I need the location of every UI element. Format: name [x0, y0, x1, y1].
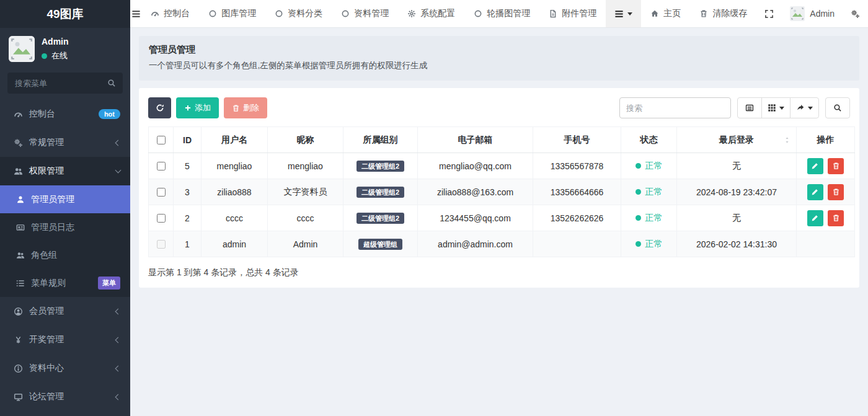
cell-id: 2 [174, 205, 202, 231]
row-checkbox[interactable] [157, 188, 166, 197]
app-logo[interactable]: 49图库 [0, 0, 130, 28]
status-badge: 正常 [636, 187, 663, 198]
group-badge: 二级管理组2 [356, 213, 404, 224]
search-toggle-button[interactable] [825, 97, 850, 118]
sidebar-item-forum[interactable]: 论坛管理 [0, 383, 130, 411]
trash-icon [832, 214, 840, 222]
cell-actions [797, 179, 855, 205]
sidebar-item-general[interactable]: 常规管理 [0, 128, 130, 157]
tab-system-config[interactable]: 系统配置 [398, 0, 464, 27]
toolbar-right [619, 97, 850, 118]
search-icon [107, 79, 116, 87]
sidebar-toggle-button[interactable] [130, 0, 141, 27]
select-all-cell [149, 127, 174, 153]
status-dot-icon [636, 241, 641, 247]
delete-row-button[interactable] [828, 158, 844, 174]
home-link[interactable]: 主页 [641, 0, 690, 27]
chevron-down-icon [115, 167, 122, 174]
toggle-view-button[interactable] [737, 97, 762, 118]
admin-table: ID 用户名 昵称 所属组别 电子邮箱 手机号 状态 最后登录 [148, 126, 855, 257]
trash-icon [699, 9, 708, 18]
cell-id: 5 [174, 153, 202, 179]
cell-nickname: mengliao [268, 153, 343, 179]
cell-nickname: Admin [268, 231, 343, 257]
col-actions: 操作 [797, 127, 855, 153]
tab-gallery[interactable]: 图库管理 [199, 0, 265, 27]
trash-icon [832, 188, 840, 196]
sidebar-item-role-group[interactable]: 角色组 [0, 241, 130, 269]
sidebar-item-member[interactable]: 会员管理 [0, 297, 130, 325]
select-all-checkbox[interactable] [157, 136, 166, 144]
sidebar-item-label: 管理员日志 [31, 222, 120, 233]
edit-button[interactable] [807, 210, 823, 226]
gauge-icon [151, 9, 159, 18]
tab-attachment[interactable]: 附件管理 [539, 0, 606, 27]
delete-row-button[interactable] [828, 184, 844, 200]
tab-dashboard[interactable]: 控制台 [141, 0, 199, 27]
col-last-login[interactable]: 最后登录 [677, 127, 797, 153]
refresh-icon [156, 104, 164, 112]
cell-last-login: 无 [677, 153, 797, 179]
cell-last-login: 无 [677, 205, 797, 231]
sidebar-item-label: 会员管理 [29, 306, 116, 317]
sidebar-item-label: 资料中心 [29, 363, 116, 374]
sidebar-item-label: 管理员管理 [31, 194, 120, 205]
sidebar-item-menu-rule[interactable]: 菜单规则 菜单 [0, 269, 130, 297]
sidebar-item-dashboard[interactable]: 控制台 hot [0, 100, 130, 128]
edit-button[interactable] [807, 158, 823, 174]
delete-button[interactable]: 删除 [224, 97, 267, 118]
edit-button[interactable] [807, 184, 823, 200]
row-checkbox[interactable] [157, 214, 166, 223]
cell-phone: 13356664666 [533, 179, 621, 205]
tab-list-dropdown-button[interactable] [606, 0, 641, 27]
hot-badge: hot [99, 109, 120, 119]
tab-label: 图库管理 [221, 8, 256, 19]
cell-nickname: 文字资料员 [268, 179, 343, 205]
desktop-icon [14, 392, 23, 402]
sidebar-item-data-center[interactable]: 资料中心 [0, 354, 130, 383]
tab-carousel[interactable]: 轮播图管理 [464, 0, 539, 27]
settings-button[interactable] [843, 0, 868, 27]
export-dropdown-button[interactable] [790, 97, 819, 118]
col-group: 所属组别 [343, 127, 418, 153]
bars-icon [131, 9, 141, 19]
caret-down-icon [627, 12, 632, 15]
delete-row-button[interactable] [828, 210, 844, 226]
user-circle-icon [14, 307, 23, 316]
table-search-input[interactable] [619, 97, 731, 118]
table-panel: 添加 删除 [139, 88, 859, 288]
cell-username: mengliao [202, 153, 268, 179]
table-row: 5 mengliao mengliao 二级管理组2 mengliao@qq.c… [149, 153, 855, 179]
sidebar-item-auth[interactable]: 权限管理 [0, 157, 130, 185]
refresh-button[interactable] [148, 97, 171, 118]
chevron-left-icon [115, 394, 122, 400]
sidebar-item-admin-log[interactable]: 管理员日志 [0, 213, 130, 241]
tab-data-category[interactable]: 资料分类 [265, 0, 332, 27]
page-header: 管理员管理 一个管理员可以有多个角色组,左侧的菜单根据管理员所拥有的权限进行生成 [139, 36, 859, 81]
expand-icon [764, 9, 774, 19]
photo-placeholder-icon [790, 6, 805, 21]
sidebar-item-label: 菜单规则 [31, 278, 98, 289]
clear-cache-label: 清除缓存 [712, 8, 747, 19]
page-title: 管理员管理 [149, 44, 849, 56]
cell-last-login: 2024-08-19 23:42:07 [677, 179, 797, 205]
user-menu[interactable]: Admin [782, 0, 843, 27]
user-status-label: 在线 [51, 50, 68, 61]
cell-phone [533, 231, 621, 257]
sidebar-item-lottery[interactable]: 开奖管理 [0, 325, 130, 354]
menu-search-input[interactable] [7, 73, 123, 94]
table-header-row: ID 用户名 昵称 所属组别 电子邮箱 手机号 状态 最后登录 [149, 127, 855, 153]
row-checkbox[interactable] [157, 162, 166, 170]
fullscreen-button[interactable] [756, 0, 782, 27]
newspaper-icon [16, 223, 25, 232]
cell-actions [797, 205, 855, 231]
trash-icon [232, 104, 240, 112]
add-button[interactable]: 添加 [176, 97, 219, 118]
cell-email: ziliao888@163.com [418, 179, 533, 205]
cell-id: 1 [174, 231, 202, 257]
sidebar-item-admin-manage[interactable]: 管理员管理 [0, 185, 130, 213]
clear-cache-button[interactable]: 清除缓存 [690, 0, 756, 27]
tab-data-manage[interactable]: 资料管理 [332, 0, 398, 27]
status-dot-icon [636, 215, 641, 221]
columns-dropdown-button[interactable] [761, 97, 790, 118]
